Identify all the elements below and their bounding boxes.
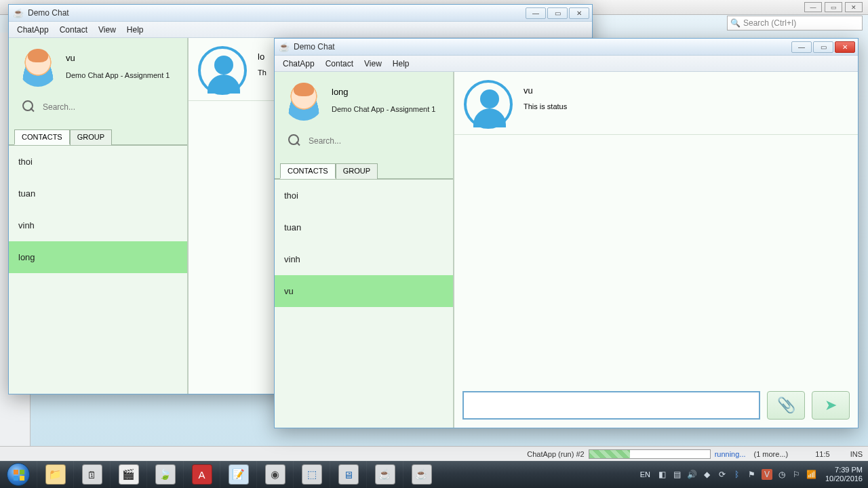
- tray-clock[interactable]: 7:39 PM 10/20/2016: [821, 466, 863, 483]
- tab-group[interactable]: GROUP: [70, 129, 112, 145]
- ide-maximize-button[interactable]: ▭: [825, 2, 842, 12]
- titlebar[interactable]: ☕ Demo Chat — ▭ ✕: [9, 5, 592, 22]
- status-position: 11:5: [815, 450, 829, 458]
- status-more[interactable]: (1 more...): [754, 450, 789, 458]
- maximize-button[interactable]: ▭: [813, 41, 833, 53]
- paperclip-icon: 📎: [777, 396, 795, 414]
- task-app[interactable]: 📝: [220, 461, 256, 488]
- task-explorer[interactable]: 📁: [37, 461, 73, 488]
- menu-contact[interactable]: Contact: [56, 24, 92, 36]
- monitor-icon: 🖥: [338, 464, 359, 485]
- menu-help[interactable]: Help: [123, 24, 148, 36]
- conversation-header: vu This is status: [454, 72, 858, 135]
- tab-group[interactable]: GROUP: [336, 163, 378, 179]
- tray-icon[interactable]: ◧: [657, 469, 668, 480]
- status-run-section: ChatApp (run) #2 running... (1 more...): [527, 449, 788, 459]
- taskbar-apps: 📁 🗓 🎬 🍃 A 📝 ◉ ⬚ 🖥 ☕ ☕: [37, 461, 439, 488]
- menu-chatapp[interactable]: ChatApp: [279, 58, 319, 70]
- tray-network-icon[interactable]: 📶: [806, 469, 817, 480]
- search-row[interactable]: Search...: [9, 89, 187, 123]
- close-button[interactable]: ✕: [569, 7, 589, 19]
- tray-bluetooth-icon[interactable]: ᛒ: [732, 469, 743, 480]
- status-run-label: ChatApp (run) #2: [527, 450, 584, 458]
- task-app[interactable]: 🖥: [330, 461, 366, 488]
- list-item[interactable]: vinh: [9, 209, 187, 241]
- start-button[interactable]: [0, 461, 37, 488]
- avatar: [18, 47, 58, 87]
- list-item[interactable]: tuan: [9, 178, 187, 209]
- tab-contacts[interactable]: CONTACTS: [14, 129, 70, 145]
- list-item[interactable]: long: [9, 241, 187, 273]
- tray-icon[interactable]: ⚑: [747, 469, 757, 480]
- tabs: CONTACTS GROUP: [275, 157, 453, 180]
- sidebar: vu Demo Chat App - Assignment 1 Search..…: [9, 38, 189, 394]
- profile-subtitle: Demo Chat App - Assignment 1: [332, 105, 435, 113]
- cube-icon: ⬚: [302, 464, 322, 485]
- titlebar[interactable]: ☕ Demo Chat — ▭ ✕: [275, 39, 858, 56]
- task-app[interactable]: ⬚: [293, 461, 330, 488]
- java-icon: ☕: [279, 41, 290, 52]
- list-item[interactable]: thoi: [9, 146, 187, 178]
- menu-contact[interactable]: Contact: [321, 58, 357, 70]
- minimize-button[interactable]: —: [526, 7, 546, 19]
- attach-button[interactable]: 📎: [767, 391, 805, 420]
- chat-window-front[interactable]: ☕ Demo Chat — ▭ ✕ ChatApp Contact View H…: [274, 38, 859, 428]
- tabs: CONTACTS GROUP: [9, 123, 187, 146]
- menu-view[interactable]: View: [360, 58, 386, 70]
- menubar: ChatApp Contact View Help: [275, 56, 858, 72]
- list-item[interactable]: thoi: [275, 180, 453, 211]
- search-placeholder: Search...: [309, 136, 341, 146]
- tray-language[interactable]: EN: [637, 469, 653, 480]
- close-button[interactable]: ✕: [835, 41, 855, 53]
- contact-list: thoi tuan vinh vu: [275, 180, 453, 428]
- menu-view[interactable]: View: [94, 24, 120, 36]
- search-row[interactable]: Search...: [275, 123, 453, 157]
- tray-date: 10/20/2016: [825, 474, 863, 483]
- task-app[interactable]: 🎬: [110, 461, 146, 488]
- tray-icon[interactable]: ⟳: [717, 469, 728, 480]
- message-input[interactable]: [462, 391, 760, 420]
- menu-help[interactable]: Help: [389, 58, 414, 70]
- avatar: [284, 81, 323, 121]
- list-item[interactable]: vinh: [275, 243, 453, 275]
- calendar-icon: 🗓: [82, 464, 102, 485]
- leaf-icon: 🍃: [155, 464, 176, 485]
- ide-statusbar: ChatApp (run) #2 running... (1 more...) …: [0, 446, 868, 461]
- tab-contacts[interactable]: CONTACTS: [280, 163, 336, 179]
- system-tray: EN ◧ ▤ 🔊 ◆ ⟳ ᛒ ⚑ V ◷ ⚐ 📶 7:39 PM 10/20/2…: [637, 461, 868, 488]
- ide-close-button[interactable]: ✕: [845, 2, 863, 12]
- tray-volume-icon[interactable]: 🔊: [687, 469, 698, 480]
- list-item[interactable]: tuan: [275, 211, 453, 243]
- tray-icon[interactable]: ▤: [672, 469, 683, 480]
- status-running[interactable]: running...: [715, 450, 746, 458]
- profile-name: long: [332, 87, 435, 97]
- tray-icon[interactable]: V: [762, 469, 772, 480]
- maximize-button[interactable]: ▭: [547, 7, 568, 19]
- send-button[interactable]: ➤: [812, 391, 850, 420]
- tray-icon[interactable]: ◆: [702, 469, 713, 480]
- java-icon: ☕: [375, 464, 395, 485]
- task-app[interactable]: 🍃: [146, 461, 183, 488]
- list-item[interactable]: vu: [275, 275, 453, 307]
- task-app[interactable]: 🗓: [73, 461, 110, 488]
- peer-status: This is status: [524, 102, 567, 110]
- contact-list: thoi tuan vinh long: [9, 146, 187, 394]
- conversation-panel: vu This is status 📎 ➤: [454, 72, 858, 428]
- peer-status: Th: [258, 68, 267, 77]
- menu-chatapp[interactable]: ChatApp: [13, 24, 53, 36]
- menubar: ChatApp Contact View Help: [9, 22, 592, 38]
- window-title: Demo Chat: [294, 42, 335, 52]
- task-app[interactable]: ◉: [256, 461, 293, 488]
- tray-flag-icon[interactable]: ⚐: [791, 469, 802, 480]
- task-app[interactable]: ☕: [366, 461, 403, 488]
- ide-minimize-button[interactable]: —: [804, 2, 822, 12]
- tray-icon[interactable]: ◷: [776, 469, 787, 480]
- compose-row: 📎 ➤: [454, 384, 858, 428]
- ide-quick-search[interactable]: 🔍 Search (Ctrl+I): [727, 16, 863, 30]
- minimize-button[interactable]: —: [791, 41, 812, 53]
- send-icon: ➤: [825, 396, 837, 414]
- task-app[interactable]: ☕: [403, 461, 439, 488]
- peer-name: vu: [524, 85, 567, 96]
- chrome-icon: ◉: [265, 464, 285, 485]
- task-app[interactable]: A: [183, 461, 220, 488]
